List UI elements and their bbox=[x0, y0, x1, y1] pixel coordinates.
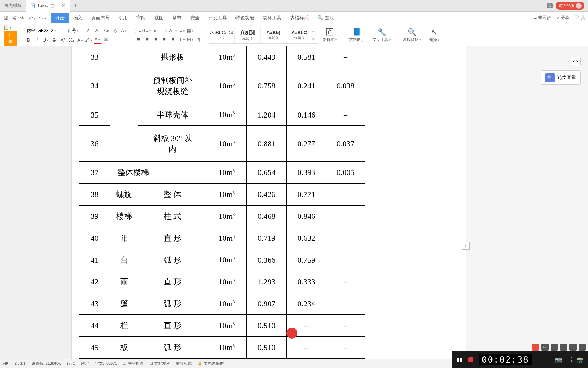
tray-icon-3[interactable] bbox=[569, 344, 577, 351]
search-button[interactable]: 🔍 查找 bbox=[317, 15, 334, 21]
font-color-icon[interactable]: A bbox=[94, 37, 101, 44]
new-style-button[interactable]: 🄰 新样式 bbox=[319, 28, 341, 42]
menu-layout[interactable]: 页面布局 bbox=[87, 13, 114, 23]
font-size-combo[interactable]: 四号 bbox=[66, 27, 84, 35]
style-h1[interactable]: AaBl 标题 1 bbox=[235, 27, 261, 43]
number-list-icon[interactable]: 1≡ bbox=[144, 27, 151, 34]
decrease-font-icon[interactable]: A⁻ bbox=[94, 27, 102, 34]
increase-font-icon[interactable]: A⁺ bbox=[86, 27, 93, 34]
table-row[interactable]: 41台弧 形10m30.3660.759– bbox=[79, 249, 365, 271]
tab-maximize-icon[interactable]: ▢ bbox=[51, 3, 55, 8]
decrease-indent-icon[interactable]: ⇤ bbox=[152, 27, 159, 34]
batch-button[interactable]: 📄 批 bbox=[574, 15, 585, 21]
table-row[interactable]: 38螺旋整 体10m30.4260.771 bbox=[79, 184, 365, 206]
tray-icon-4[interactable] bbox=[579, 344, 586, 351]
align-right-icon[interactable]: ≡ bbox=[152, 36, 159, 43]
bold-button[interactable]: B bbox=[25, 37, 32, 44]
font-name-combo[interactable]: 仿宋_GB2312 bbox=[25, 27, 64, 35]
save-icon[interactable]: 🖫 bbox=[3, 15, 8, 21]
text-effect-icon[interactable]: A bbox=[76, 37, 84, 44]
table-row[interactable]: 37整体楼梯10m30.6540.3930.005 bbox=[79, 162, 365, 184]
menu-insert[interactable]: 插入 bbox=[69, 13, 87, 23]
table-row[interactable]: 40阳直 形10m30.7190.632– bbox=[79, 227, 365, 249]
recording-stop-button[interactable] bbox=[467, 356, 475, 363]
print-preview-icon[interactable]: 👁 bbox=[20, 15, 25, 21]
menu-reference[interactable]: 引用 bbox=[114, 13, 132, 23]
recording-pause-button[interactable]: ▮▮ bbox=[456, 356, 463, 363]
subscript-button[interactable]: X₂ bbox=[68, 37, 75, 44]
char-border-icon[interactable]: A bbox=[120, 27, 127, 34]
menu-table-tool[interactable]: 表格工具 bbox=[258, 13, 286, 23]
distribute-icon[interactable]: ≡ bbox=[169, 36, 177, 43]
menu-start[interactable]: 开始 bbox=[51, 13, 69, 23]
text-direction-icon[interactable]: A↓ bbox=[169, 27, 177, 34]
status-proofread[interactable]: ☑ 文档校对 bbox=[149, 361, 170, 366]
status-col[interactable]: 列: 7 bbox=[81, 361, 89, 366]
document-page[interactable]: 33拱形板10m30.4490.581–34预制板间补现浇板缝10m30.758… bbox=[72, 46, 466, 359]
find-replace-button[interactable]: 🔍 查找替换 bbox=[399, 28, 425, 42]
bullet-list-icon[interactable]: ⋮≡ bbox=[135, 27, 142, 34]
menu-table-style[interactable]: 表格样式 bbox=[286, 13, 313, 23]
italic-button[interactable]: I bbox=[33, 37, 41, 44]
table-row[interactable]: 39楼梯柱 式10m30.4680.846 bbox=[79, 205, 365, 227]
status-wordcount[interactable]: 字数: 7/5671 bbox=[95, 361, 117, 366]
strikethrough-button[interactable]: S̶ bbox=[51, 37, 58, 44]
data-table[interactable]: 33拱形板10m30.4490.581–34预制板间补现浇板缝10m30.758… bbox=[79, 46, 365, 359]
shading-icon[interactable]: ▦ bbox=[187, 27, 194, 34]
collapse-panel-button[interactable]: ◠ bbox=[570, 57, 581, 66]
status-spellcheck[interactable]: ☑ 拼写检查 bbox=[123, 361, 144, 366]
paper-check-button[interactable]: 🔍 论文查重 bbox=[541, 70, 581, 85]
recording-snapshot-icon[interactable]: 📸 bbox=[577, 356, 584, 363]
style-h3[interactable]: AaBbC 标题 3 bbox=[286, 27, 312, 43]
clipboard-icon[interactable]: 📋 bbox=[4, 24, 11, 31]
menu-special[interactable]: 特色功能 bbox=[231, 13, 258, 23]
print-icon[interactable]: 🖨 bbox=[11, 15, 17, 21]
doc-helper-button[interactable]: 📘 文档助手 bbox=[345, 28, 368, 42]
increase-indent-icon[interactable]: ⇥ bbox=[161, 27, 168, 34]
change-case-icon[interactable]: Aa bbox=[103, 27, 110, 34]
style-body[interactable]: AaBbCcDd 正文 bbox=[209, 27, 235, 43]
status-setvalue[interactable]: 设置值: 21.6厘米 bbox=[32, 361, 61, 366]
line-spacing-icon[interactable]: |≡ bbox=[178, 27, 185, 34]
status-section[interactable]: 节: 1/1 bbox=[14, 361, 25, 366]
recording-camera-icon[interactable]: 📷 bbox=[555, 356, 562, 363]
style-gallery-up-icon[interactable]: ▴ bbox=[312, 29, 318, 33]
status-compat[interactable]: 兼容模式 bbox=[176, 361, 192, 366]
show-marks-icon[interactable]: ¶ bbox=[195, 36, 202, 43]
status-protect[interactable]: 🔓 文档未保护 bbox=[197, 361, 224, 366]
menu-security[interactable]: 安全 bbox=[186, 13, 204, 23]
tray-icon-1[interactable] bbox=[551, 344, 558, 351]
tab-document[interactable]: W 1.doc ▢ ✕ bbox=[26, 0, 70, 12]
table-row[interactable]: 33拱形板10m30.4490.581– bbox=[79, 46, 365, 68]
style-gallery-down-icon[interactable]: ▾ bbox=[312, 37, 318, 41]
tray-icon-2[interactable] bbox=[560, 344, 567, 351]
align-justify-icon[interactable]: ≡ bbox=[161, 36, 168, 43]
tab-stop-icon[interactable]: ⊥ bbox=[178, 36, 185, 43]
status-row[interactable]: 行: 1 bbox=[67, 361, 75, 366]
text-tool-button[interactable]: 🔧 文字工具 bbox=[369, 28, 395, 42]
recording-expand-icon[interactable]: ⛶ bbox=[566, 356, 572, 363]
sogou-ime-icon[interactable] bbox=[532, 344, 539, 351]
tab-template[interactable]: 稿壳模板 bbox=[0, 0, 26, 12]
underline-button[interactable]: U bbox=[42, 37, 49, 44]
border-icon[interactable]: ⊞ bbox=[187, 36, 194, 43]
phonetic-icon[interactable]: 字 bbox=[102, 37, 109, 44]
share-button[interactable]: ↗ 分享 bbox=[556, 15, 569, 21]
status-page[interactable]: /45 bbox=[3, 362, 8, 366]
select-button[interactable]: ↖ 选择 bbox=[425, 28, 443, 42]
highlight-icon[interactable]: 🖍 bbox=[85, 37, 92, 44]
superscript-button[interactable]: X² bbox=[59, 37, 66, 44]
menu-chapter[interactable]: 章节 bbox=[168, 13, 186, 23]
notification-badge[interactable]: 1 bbox=[547, 3, 553, 8]
table-row[interactable]: 42雨直 形10m31.2930.333– bbox=[79, 271, 365, 293]
new-tab-button[interactable]: + bbox=[70, 2, 81, 9]
table-row[interactable]: 43篷弧 形10m30.9070.234 bbox=[79, 293, 365, 315]
guest-login-button[interactable]: 访客登录 bbox=[556, 2, 584, 10]
table-row[interactable]: 45板弧 形10m30.510–– bbox=[79, 337, 365, 359]
redo-button[interactable]: ↷ bbox=[39, 15, 46, 21]
menu-view[interactable]: 视图 bbox=[150, 13, 168, 23]
menu-review[interactable]: 审阅 bbox=[132, 13, 150, 23]
table-row[interactable]: 44栏直 形10m30.510–– bbox=[79, 315, 365, 337]
ime-chinese-icon[interactable]: 中 bbox=[541, 344, 549, 351]
tab-close-icon[interactable]: ✕ bbox=[62, 3, 66, 8]
